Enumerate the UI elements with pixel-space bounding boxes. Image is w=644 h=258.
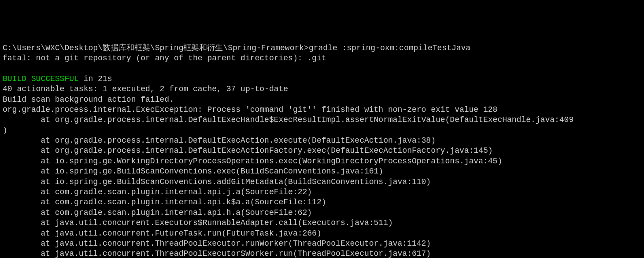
stack-trace-line: at com.gradle.scan.plugin.internal.api.h… [3, 208, 641, 218]
stack-trace-line: at org.gradle.process.internal.DefaultEx… [3, 146, 641, 156]
stack-trace-line: at java.util.concurrent.FutureTask.run(F… [3, 229, 641, 239]
blank-line [3, 63, 641, 74]
stack-trace-line: at java.util.concurrent.ThreadPoolExecut… [3, 239, 641, 249]
stack-trace-line: at io.spring.ge.BuildScanConventions.exe… [3, 166, 641, 177]
prompt-path: C:\Users\WXC\Desktop\数据库和框架\Spring框架和衍生\… [3, 44, 309, 52]
build-time-text: in 21s [79, 74, 112, 83]
build-status-line: BUILD SUCCESSFUL in 21s [3, 74, 641, 84]
git-error-line: fatal: not a git repository (or any of t… [3, 53, 641, 63]
stack-trace-line: at io.spring.ge.BuildScanConventions.add… [3, 177, 641, 187]
tasks-summary-line: 40 actionable tasks: 1 executed, 2 from … [3, 84, 641, 94]
command-text: gradle :spring-oxm:compileTestJava [309, 44, 470, 52]
stack-trace-line: at org.gradle.process.internal.DefaultEx… [3, 115, 641, 125]
exception-line: org.gradle.process.internal.ExecExceptio… [3, 105, 641, 115]
scan-failed-line: Build scan background action failed. [3, 95, 641, 105]
stack-trace-line: at java.util.concurrent.ThreadPoolExecut… [3, 249, 641, 258]
command-line: C:\Users\WXC\Desktop\数据库和框架\Spring框架和衍生\… [3, 43, 641, 53]
stack-trace-line: at io.spring.ge.WorkingDirectoryProcessO… [3, 156, 641, 166]
terminal-window[interactable]: C:\Users\WXC\Desktop\数据库和框架\Spring框架和衍生\… [3, 43, 641, 258]
stack-trace-line: ) [3, 125, 641, 136]
stack-trace-line: at com.gradle.scan.plugin.internal.api.j… [3, 187, 641, 197]
stack-trace-line: at org.gradle.process.internal.DefaultEx… [3, 136, 641, 146]
build-success-text: BUILD SUCCESSFUL [3, 74, 79, 83]
stack-trace-line: at com.gradle.scan.plugin.internal.api.k… [3, 197, 641, 207]
stack-trace-line: at java.util.concurrent.Executors$Runnab… [3, 218, 641, 228]
